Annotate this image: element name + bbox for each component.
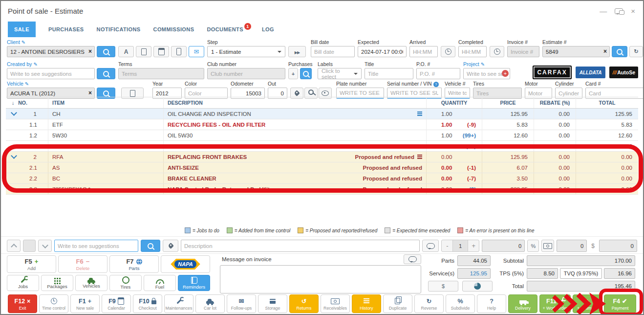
tvq-label[interactable]: TVQ (9.975%)	[560, 268, 602, 279]
delivery-button[interactable]: Delivery	[508, 294, 537, 313]
po-number-input[interactable]	[416, 68, 460, 79]
club-number-input[interactable]	[207, 68, 285, 79]
created-by-input[interactable]	[7, 68, 95, 79]
step-select[interactable]: 1 - Estimate	[207, 46, 285, 57]
jobs-button[interactable]: Jobs	[7, 275, 39, 291]
help-button[interactable]: Help	[477, 294, 506, 313]
client-email-button[interactable]	[189, 46, 204, 57]
project-link[interactable]: Project	[463, 61, 510, 68]
calendar-button[interactable]: F9Calendar	[102, 294, 131, 313]
new-sale-button[interactable]: F1New sale	[70, 294, 100, 313]
quantity-minus-button[interactable]: -	[442, 242, 452, 249]
move-down-button[interactable]	[38, 240, 52, 252]
tab-log[interactable]: LOG	[262, 26, 274, 32]
fuel-button[interactable]: Fuel	[144, 275, 176, 291]
vehicles-button[interactable]: Vehicles	[75, 275, 107, 291]
car-lot-button[interactable]: Car lot	[195, 294, 225, 313]
tab-sale[interactable]: SALE	[8, 22, 36, 37]
chat-icon[interactable]	[615, 8, 623, 14]
chevron-down-icon[interactable]	[11, 153, 17, 159]
purchases-add-button[interactable]	[288, 68, 298, 79]
invoice-input[interactable]	[507, 46, 539, 57]
delete-button[interactable]: F6 Delete	[58, 255, 107, 273]
item-suggest-input[interactable]	[54, 240, 138, 252]
currency-button[interactable]: $	[428, 281, 458, 292]
expected-input[interactable]	[358, 46, 407, 57]
table-row[interactable]: 1.3 43535SFDGS OIL FILTER 1.00(33) 25.62…	[6, 141, 638, 152]
item-tag-button[interactable]	[163, 240, 178, 252]
client-calendar-button[interactable]	[153, 46, 169, 57]
tab-notifications[interactable]: NOTIFICATIONS	[97, 26, 141, 32]
carfax-logo[interactable]: CARFAX	[533, 66, 571, 79]
alldata-logo[interactable]: ALLDATA	[576, 67, 606, 78]
labels-select[interactable]: Click to select	[318, 68, 362, 79]
add-button[interactable]: F5 Add	[7, 255, 56, 273]
completed-input[interactable]	[458, 46, 487, 57]
terms-input[interactable]	[118, 68, 204, 79]
breakdown-pie-button[interactable]	[462, 281, 493, 292]
table-row[interactable]: 1.1 ETF RECYCLING FEES - OIL AND FILTER …	[6, 119, 638, 130]
estimate-input[interactable]	[542, 46, 610, 57]
vehicle-link[interactable]: Vehicle	[7, 81, 115, 88]
table-row[interactable]: 1 CH OIL CHANGE AND INSPECTION 1.00 125.…	[6, 109, 638, 119]
checkout-button[interactable]: F10Checkout	[133, 294, 162, 313]
bill-date-input[interactable]	[311, 46, 355, 57]
estimate-refresh-button[interactable]	[629, 46, 643, 57]
list-icon[interactable]	[417, 112, 422, 112]
autoserve-logo[interactable]: ///AutoSe	[609, 67, 638, 78]
napa-button[interactable]: NAPA	[161, 255, 210, 273]
client-note-button[interactable]	[136, 46, 151, 57]
table-row[interactable]: 2.3 7855XPFK1C * NAPA Coated Brake Rotor…	[6, 184, 638, 195]
client-fonts-button[interactable]	[118, 46, 134, 57]
reverse-button[interactable]: Reverse	[414, 294, 444, 313]
tab-commissions[interactable]: COMMISSIONS	[153, 26, 194, 32]
sort-desc-icon[interactable]	[12, 100, 14, 106]
table-row[interactable]: 2.1 AS ANTI-SEIZEProposed and refused 0.…	[6, 162, 638, 173]
comment-button[interactable]	[422, 240, 439, 252]
close-icon[interactable]: ×	[631, 8, 635, 15]
chevron-down-icon[interactable]	[11, 110, 17, 116]
client-link[interactable]: Client	[7, 39, 115, 46]
help-badge-icon[interactable]: ?	[433, 82, 439, 87]
table-row[interactable]: 2.2 BC BRAKE CLEANERProposed and refused…	[6, 173, 638, 184]
exit-button[interactable]: F12Exit	[8, 294, 37, 313]
clear-vehicle-icon[interactable]: ×	[88, 90, 92, 96]
reminders-button[interactable]: Reminders	[178, 275, 210, 291]
step-advance-button[interactable]	[288, 46, 306, 57]
work-order-button[interactable]: F11+ Work order	[539, 294, 571, 313]
tab-purchases[interactable]: PURCHASES	[48, 26, 84, 32]
add-project-icon[interactable]: +	[502, 70, 509, 77]
clear-client-icon[interactable]: ×	[88, 48, 92, 55]
packages-button[interactable]: Packages	[41, 275, 73, 291]
list-icon[interactable]	[417, 155, 422, 156]
arrived-clock-button[interactable]	[441, 46, 455, 57]
invoice-message-textarea[interactable]	[220, 265, 421, 293]
table-row[interactable]: 1.2 5W30 OIL 5W30 1.00(99+) 12.60 0.00 1…	[6, 130, 638, 141]
created-by-link[interactable]: Created by	[7, 61, 115, 68]
percent-button[interactable]: %	[527, 240, 539, 252]
move-up-button[interactable]	[7, 240, 21, 252]
completed-clock-button[interactable]	[490, 46, 504, 57]
quantity-plus-button[interactable]: +	[468, 242, 479, 249]
parts-button[interactable]: F7 Parts	[109, 255, 159, 273]
client-phone-button[interactable]	[171, 46, 187, 57]
client-input[interactable]	[7, 46, 95, 57]
follow-ups-button[interactable]: Follow-ups	[227, 294, 256, 313]
price-input[interactable]	[482, 240, 525, 252]
estimate-search-button[interactable]	[612, 46, 627, 57]
title-input[interactable]	[365, 68, 413, 79]
receivables-button[interactable]: Receivables	[321, 294, 350, 313]
purchases-search-button[interactable]	[300, 68, 312, 79]
minimize-icon[interactable]: —	[600, 8, 607, 15]
estimate-button[interactable]: + Estimate	[573, 294, 602, 313]
arrived-input[interactable]	[409, 46, 438, 57]
duplicate-button[interactable]: Duplicate	[383, 294, 412, 313]
tires-button[interactable]: Tires	[109, 275, 142, 291]
history-button[interactable]: History	[352, 294, 381, 313]
total-input[interactable]	[599, 240, 637, 252]
subdivide-button[interactable]: Subdivide	[446, 294, 475, 313]
rebate-input[interactable]	[557, 240, 587, 252]
storage-button[interactable]: Storage	[258, 294, 287, 313]
item-search-button[interactable]	[141, 240, 160, 252]
invoice-message-comment-button[interactable]	[404, 254, 421, 264]
